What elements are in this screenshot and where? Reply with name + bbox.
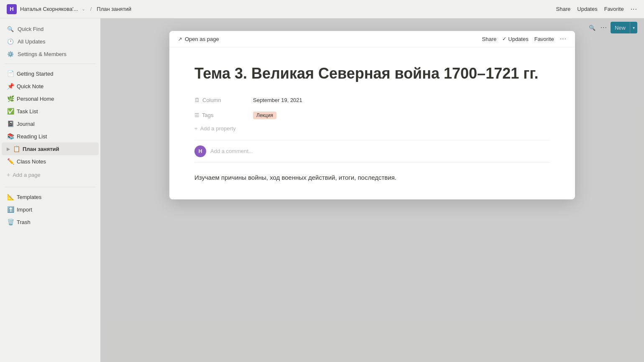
content-area: 🔍 ··· New ▾ ↗ Open as page Share	[100, 18, 644, 362]
topbar: H Наталья Скорнякова'... ⌄ / План заняти…	[0, 0, 644, 18]
sidebar-item-quick-find[interactable]: 🔍 Quick Find	[2, 23, 99, 35]
sidebar-item-getting-started[interactable]: 📄 Getting Started	[2, 67, 99, 80]
modal-favorite-button[interactable]: Favorite	[534, 36, 554, 42]
avatar: H	[194, 145, 206, 157]
plant-icon: 🌿	[7, 95, 14, 102]
workspace-icon[interactable]: H	[7, 4, 17, 14]
sidebar-item-journal[interactable]: 📓 Journal	[2, 117, 99, 130]
workspace-name[interactable]: Наталья Скорнякова'...	[20, 6, 78, 12]
sidebar-item-class-notes[interactable]: ✏️ Class Notes	[2, 155, 99, 168]
favorite-button[interactable]: Favorite	[604, 6, 624, 12]
property-column-row: 🗓 Column September 19, 2021	[194, 94, 550, 107]
plus-icon: +	[194, 125, 198, 132]
comment-input[interactable]: Add a comment...	[210, 148, 253, 154]
sidebar-item-label: Task List	[17, 108, 95, 115]
sidebar-item-label: Import	[17, 206, 95, 213]
sidebar-item-quick-note[interactable]: 📌 Quick Note	[2, 80, 99, 92]
main-layout: 🔍 Quick Find 🕐 All Updates ⚙️ Settings &…	[0, 18, 644, 362]
sidebar: 🔍 Quick Find 🕐 All Updates ⚙️ Settings &…	[0, 18, 100, 362]
sidebar-divider-2	[5, 187, 95, 187]
add-page-label: Add a page	[13, 172, 95, 178]
calendar-icon: 🗓	[194, 97, 200, 103]
tag-badge-lektsiya[interactable]: Лекция	[253, 112, 276, 119]
sidebar-item-reading-list[interactable]: 📚 Reading List	[2, 130, 99, 143]
sidebar-item-personal-home[interactable]: 🌿 Personal Home	[2, 92, 99, 105]
sidebar-item-templates[interactable]: 📐 Templates	[2, 191, 99, 203]
search-icon: 🔍	[7, 26, 14, 32]
books-icon: 📚	[7, 133, 14, 140]
modal-overlay: ↗ Open as page Share ✓ Updates Favorite …	[100, 18, 644, 362]
updates-button[interactable]: Updates	[577, 6, 597, 12]
pin-icon: 📌	[7, 82, 14, 90]
breadcrumb-current: План занятий	[97, 6, 131, 12]
property-column-value[interactable]: September 19, 2021	[253, 97, 302, 103]
check-icon: ✅	[7, 107, 14, 115]
breadcrumb-separator: /	[90, 6, 92, 12]
templates-icon: 📐	[7, 193, 14, 201]
open-as-page-icon: ↗	[178, 36, 182, 42]
page-body-text: Изучаем причины войны, ход военных дейст…	[194, 173, 550, 183]
workspace-chevron-icon: ⌄	[82, 6, 85, 12]
check-icon: ✓	[502, 36, 506, 42]
sidebar-item-all-updates[interactable]: 🕐 All Updates	[2, 35, 99, 48]
sidebar-item-label: План занятий	[23, 146, 95, 152]
settings-icon: ⚙️	[7, 51, 14, 57]
trash-icon: 🗑️	[7, 218, 14, 226]
tag-icon: ☰	[194, 112, 199, 118]
modal-share-button[interactable]: Share	[482, 36, 497, 42]
sidebar-item-plan-zanyatiy[interactable]: ▶ 📋 План занятий	[2, 143, 99, 155]
modal-body: Тема 3. Великая Северная война 1700–1721…	[169, 47, 575, 199]
sidebar-item-label: Settings & Members	[18, 51, 94, 57]
property-tags-text: Tags	[202, 112, 213, 118]
property-tags-label: ☰ Tags	[194, 112, 253, 118]
modal-header-right: Share ✓ Updates Favorite ···	[482, 35, 567, 43]
sidebar-item-label: Quick Find	[18, 26, 94, 32]
sidebar-item-trash[interactable]: 🗑️ Trash	[2, 216, 99, 228]
property-tags-row: ☰ Tags Лекция	[194, 109, 550, 122]
import-icon: ⬆️	[7, 206, 14, 213]
clock-icon: 🕐	[7, 38, 14, 45]
sidebar-item-label: Journal	[17, 121, 95, 127]
page-icon: 📄	[7, 70, 14, 77]
sidebar-item-label: Class Notes	[17, 158, 95, 165]
sidebar-item-label: Trash	[17, 219, 95, 225]
add-page-button[interactable]: + Add a page	[2, 168, 99, 181]
modal-updates-button[interactable]: ✓ Updates	[502, 36, 528, 42]
journal-icon: 📓	[7, 120, 14, 127]
sidebar-bottom-section: 📐 Templates ⬆️ Import 🗑️ Trash	[0, 190, 100, 229]
property-tags-value[interactable]: Лекция	[253, 112, 276, 118]
sidebar-item-label: All Updates	[18, 38, 94, 45]
add-property-button[interactable]: + Add a property	[194, 125, 550, 132]
property-column-label: 🗓 Column	[194, 97, 253, 103]
comment-section: H Add a comment...	[194, 140, 550, 163]
modal-more-icon[interactable]: ···	[560, 35, 567, 43]
sidebar-item-settings[interactable]: ⚙️ Settings & Members	[2, 48, 99, 60]
pencil-icon: ✏️	[7, 158, 14, 165]
plus-icon: +	[7, 171, 10, 178]
sidebar-item-label: Templates	[17, 194, 95, 200]
modal-header-left: ↗ Open as page	[178, 36, 219, 42]
sidebar-item-label: Getting Started	[17, 71, 95, 77]
share-button[interactable]: Share	[556, 6, 571, 12]
property-column-text: Column	[202, 97, 221, 103]
sidebar-item-task-list[interactable]: ✅ Task List	[2, 105, 99, 117]
topbar-right: Share Updates Favorite ···	[556, 5, 637, 13]
add-property-label: Add a property	[200, 125, 236, 132]
chevron-down-icon: ▶	[7, 147, 10, 151]
sidebar-item-label: Personal Home	[17, 96, 95, 102]
sidebar-pages-section: 📄 Getting Started 📌 Quick Note 🌿 Persona…	[0, 66, 100, 168]
modal-header: ↗ Open as page Share ✓ Updates Favorite …	[169, 31, 575, 47]
open-as-page-button[interactable]: Open as page	[185, 36, 219, 42]
sidebar-item-label: Reading List	[17, 133, 95, 140]
page-title: Тема 3. Великая Северная война 1700–1721…	[194, 64, 550, 84]
sidebar-nav-section: 🔍 Quick Find 🕐 All Updates ⚙️ Settings &…	[0, 22, 100, 61]
topbar-left: H Наталья Скорнякова'... ⌄ / План заняти…	[7, 4, 556, 14]
topbar-more-icon[interactable]: ···	[631, 5, 637, 13]
sidebar-divider	[5, 64, 95, 64]
properties-section: 🗓 Column September 19, 2021 ☰ Tags	[194, 94, 550, 132]
sidebar-item-label: Quick Note	[17, 83, 95, 89]
sidebar-item-import[interactable]: ⬆️ Import	[2, 203, 99, 216]
clipboard-icon: 📋	[13, 145, 20, 153]
modal: ↗ Open as page Share ✓ Updates Favorite …	[169, 31, 575, 199]
